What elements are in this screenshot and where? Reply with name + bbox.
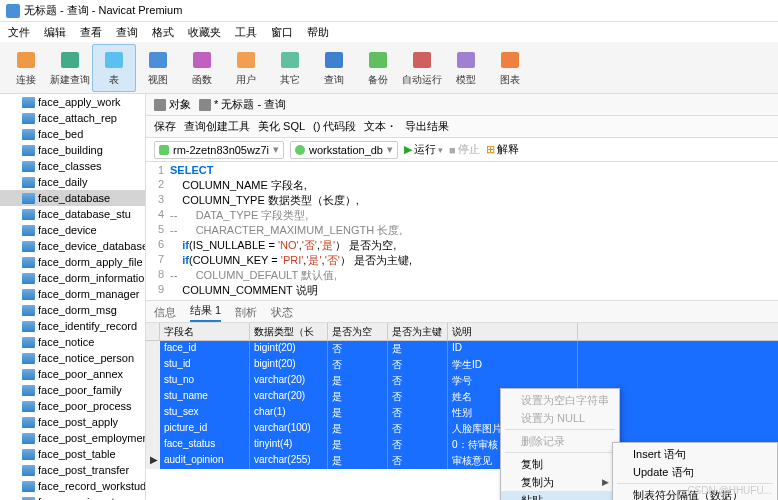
cell[interactable]: stu_name [160, 389, 250, 405]
subtb-item[interactable]: () 代码段 [313, 119, 356, 134]
table-item[interactable]: face_record_workstudy [0, 478, 145, 494]
table-item[interactable]: face_database [0, 190, 145, 206]
table-item[interactable]: face_dorm_msg [0, 302, 145, 318]
cell[interactable]: 否 [388, 421, 448, 437]
tab[interactable]: * 无标题 - 查询 [199, 97, 286, 112]
cell[interactable]: 学生ID [448, 357, 578, 373]
toolbar-model[interactable]: 模型 [444, 44, 488, 92]
cell[interactable]: 否 [388, 373, 448, 389]
cell[interactable]: 否 [388, 357, 448, 373]
toolbar-fx[interactable]: 函数 [180, 44, 224, 92]
table-item[interactable]: face_dorm_manager [0, 286, 145, 302]
grid-row[interactable]: stu_novarchar(20)是否学号 [146, 373, 778, 389]
menu-item[interactable]: Update 语句 [613, 463, 777, 481]
table-item[interactable]: face_device_database [0, 238, 145, 254]
menu-item[interactable]: 复制 [501, 455, 619, 473]
cell[interactable]: 是 [328, 405, 388, 421]
subtb-item[interactable]: 查询创建工具 [184, 119, 250, 134]
table-item[interactable]: face_classes [0, 158, 145, 174]
table-item[interactable]: face_dorm_apply_file [0, 254, 145, 270]
tab[interactable]: 对象 [154, 97, 191, 112]
result-tab[interactable]: 剖析 [235, 303, 257, 322]
cell[interactable]: 否 [388, 405, 448, 421]
col-header[interactable]: 是否为空 [328, 323, 388, 340]
subtb-item[interactable]: 文本・ [364, 119, 397, 134]
grid-row[interactable]: face_idbigint(20)否是ID [146, 341, 778, 357]
table-item[interactable]: face_notice [0, 334, 145, 350]
cell[interactable]: varchar(20) [250, 389, 328, 405]
table-item[interactable]: face_device [0, 222, 145, 238]
table-item[interactable]: face_bed [0, 126, 145, 142]
cell[interactable]: varchar(20) [250, 373, 328, 389]
cell[interactable]: char(1) [250, 405, 328, 421]
cell[interactable]: 是 [328, 453, 388, 469]
toolbar-backup[interactable]: 备份 [356, 44, 400, 92]
table-item[interactable]: face_database_stu [0, 206, 145, 222]
subtb-item[interactable]: 保存 [154, 119, 176, 134]
database-combo[interactable]: workstation_db▾ [290, 141, 398, 159]
grid-row[interactable]: stu_namevarchar(20)是否姓名 [146, 389, 778, 405]
cell[interactable]: stu_id [160, 357, 250, 373]
table-item[interactable]: face_poor_family [0, 382, 145, 398]
toolbar-user[interactable]: 用户 [224, 44, 268, 92]
menu-item[interactable]: 复制为▶ [501, 473, 619, 491]
grid-row[interactable]: picture_idvarchar(100)是否人脸库图片ID [146, 421, 778, 437]
cell[interactable]: ID [448, 341, 578, 357]
cell[interactable]: 是 [328, 437, 388, 453]
table-list-sidebar[interactable]: face_apply_workface_attach_repface_bedfa… [0, 94, 146, 500]
result-tab[interactable]: 结果 1 [190, 301, 221, 322]
cell[interactable]: face_status [160, 437, 250, 453]
cell[interactable]: varchar(100) [250, 421, 328, 437]
menu-查看[interactable]: 查看 [80, 25, 102, 40]
menu-item[interactable]: 设置为 NULL [501, 409, 619, 427]
toolbar-view[interactable]: 视图 [136, 44, 180, 92]
cell[interactable]: 是 [328, 421, 388, 437]
cell[interactable]: 否 [388, 453, 448, 469]
cell[interactable]: bigint(20) [250, 341, 328, 357]
result-tab[interactable]: 信息 [154, 303, 176, 322]
menu-收藏夹[interactable]: 收藏夹 [188, 25, 221, 40]
toolbar-table[interactable]: 表 [92, 44, 136, 92]
cell[interactable]: 是 [328, 373, 388, 389]
menu-item[interactable]: 设置为空白字符串 [501, 391, 619, 409]
context-menu[interactable]: 设置为空白字符串设置为 NULL删除记录复制复制为▶粘贴显示▶ [500, 388, 620, 500]
cell[interactable]: varchar(255) [250, 453, 328, 469]
grid-row[interactable]: stu_idbigint(20)否否学生ID [146, 357, 778, 373]
menu-编辑[interactable]: 编辑 [44, 25, 66, 40]
menu-查询[interactable]: 查询 [116, 25, 138, 40]
result-tab[interactable]: 状态 [271, 303, 293, 322]
menu-窗口[interactable]: 窗口 [271, 25, 293, 40]
cell[interactable]: face_id [160, 341, 250, 357]
cell[interactable]: 否 [388, 389, 448, 405]
table-item[interactable]: face_dorm_information [0, 270, 145, 286]
table-item[interactable]: face_post_apply [0, 414, 145, 430]
cell[interactable]: audit_opinion [160, 453, 250, 469]
menu-帮助[interactable]: 帮助 [307, 25, 329, 40]
run-button[interactable]: ▶运行▾ [404, 142, 443, 157]
menu-工具[interactable]: 工具 [235, 25, 257, 40]
table-item[interactable]: face_notice_person [0, 350, 145, 366]
server-combo[interactable]: rm-2zetn83n05wz7i▾ [154, 141, 284, 159]
cell[interactable]: 否 [328, 341, 388, 357]
col-header[interactable]: 说明 [448, 323, 578, 340]
table-item[interactable]: face_identify_record [0, 318, 145, 334]
table-item[interactable]: face_post_employmen [0, 430, 145, 446]
cell[interactable]: bigint(20) [250, 357, 328, 373]
toolbar-auto[interactable]: 自动运行 [400, 44, 444, 92]
cell[interactable]: 是 [388, 341, 448, 357]
menu-item[interactable]: 粘贴 [501, 491, 619, 500]
subtb-item[interactable]: 美化 SQL [258, 119, 305, 134]
menu-文件[interactable]: 文件 [8, 25, 30, 40]
table-item[interactable]: face_post_transfer [0, 462, 145, 478]
table-item[interactable]: face_poor_process [0, 398, 145, 414]
table-item[interactable]: face_post_table [0, 446, 145, 462]
toolbar-query[interactable]: 查询 [312, 44, 356, 92]
col-header[interactable]: 数据类型（长 [250, 323, 328, 340]
table-item[interactable]: face_poor_annex [0, 366, 145, 382]
toolbar-cube[interactable]: 其它 [268, 44, 312, 92]
table-item[interactable]: face_repair_note [0, 494, 145, 500]
menu-格式[interactable]: 格式 [152, 25, 174, 40]
subtb-item[interactable]: 导出结果 [405, 119, 449, 134]
cell[interactable]: stu_no [160, 373, 250, 389]
cell[interactable]: tinyint(4) [250, 437, 328, 453]
